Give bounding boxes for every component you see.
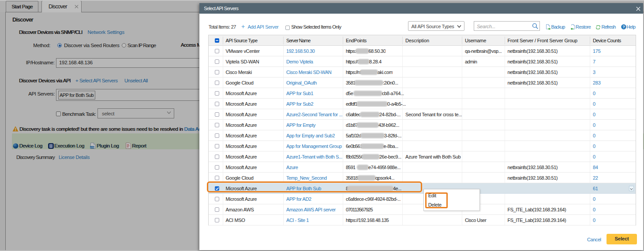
svg-text:?: ? xyxy=(622,25,625,29)
